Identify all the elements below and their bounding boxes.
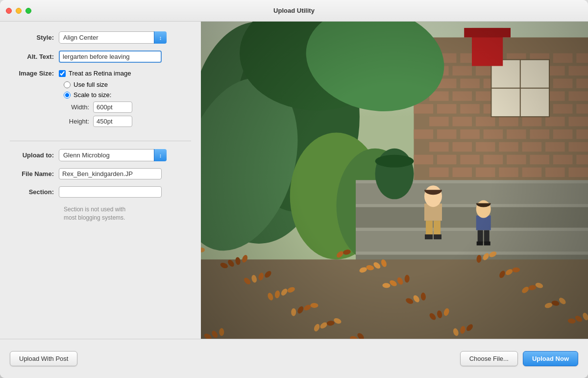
upload-now-button[interactable]: Upload Now <box>523 351 578 366</box>
image-size-section: Image Size: Treat as Retina image Use fu… <box>10 70 191 130</box>
style-control: Align Center Align Left Align Right Floa… <box>59 31 191 44</box>
height-label: Height: <box>64 118 93 125</box>
height-row: Height: <box>64 116 191 127</box>
style-select-wrapper: Align Center Align Left Align Right Floa… <box>59 31 167 44</box>
alt-text-label: Alt. Text: <box>10 53 59 60</box>
maximize-button[interactable] <box>25 8 31 14</box>
scale-size-row: Scale to size: <box>64 91 191 99</box>
scale-size-label[interactable]: Scale to size: <box>74 91 111 99</box>
full-size-row: Use full size <box>64 81 191 88</box>
width-row: Width: <box>64 101 191 113</box>
file-name-input[interactable] <box>59 168 162 179</box>
file-name-label: File Name: <box>10 170 59 177</box>
section-hint: Section is not used withmost blogging sy… <box>64 205 191 222</box>
main-content: Style: Align Center Align Left Align Rig… <box>0 22 588 339</box>
full-size-radio[interactable] <box>64 81 71 88</box>
choose-file-button[interactable]: Choose File... <box>460 351 518 366</box>
width-input[interactable] <box>93 101 132 113</box>
scale-size-radio[interactable] <box>64 92 71 99</box>
style-select[interactable]: Align Center Align Left Align Right Floa… <box>59 31 167 44</box>
left-panel: Style: Align Center Align Left Align Rig… <box>0 22 201 339</box>
retina-label[interactable]: Treat as Retina image <box>69 70 131 77</box>
style-label: Style: <box>10 34 59 41</box>
section-label: Section: <box>10 188 59 196</box>
footer-right-buttons: Choose File... Upload Now <box>460 351 578 366</box>
window-title: Upload Utility <box>273 7 315 14</box>
upload-to-control: Glenn Microblog WordPress Blogger Tumblr… <box>59 149 191 161</box>
photo-preview <box>201 22 588 339</box>
upload-to-select-wrapper: Glenn Microblog WordPress Blogger Tumblr… <box>59 149 167 161</box>
alt-text-input[interactable] <box>59 50 162 63</box>
alt-text-control <box>59 50 191 63</box>
upload-with-post-button[interactable]: Upload With Post <box>10 351 77 366</box>
full-size-label[interactable]: Use full size <box>74 81 108 88</box>
minimize-button[interactable] <box>16 8 22 14</box>
section-control <box>59 186 191 198</box>
image-panel <box>201 22 588 339</box>
radio-options: Use full size Scale to size: <box>64 81 191 99</box>
traffic-lights <box>6 8 31 14</box>
file-name-row: File Name: <box>10 168 191 179</box>
section-divider <box>10 141 191 141</box>
width-label: Width: <box>64 103 93 111</box>
footer: Upload With Post Choose File... Upload N… <box>0 339 588 378</box>
close-button[interactable] <box>6 8 12 14</box>
alt-text-row: Alt. Text: <box>10 50 191 63</box>
image-size-main-row: Image Size: Treat as Retina image <box>10 70 191 77</box>
style-row: Style: Align Center Align Left Align Rig… <box>10 31 191 44</box>
retina-checkbox-row: Treat as Retina image <box>59 70 131 77</box>
image-size-label: Image Size: <box>10 70 59 77</box>
application-window: Upload Utility Style: Align Center Align… <box>0 0 588 378</box>
upload-to-label: Upload to: <box>10 151 59 159</box>
section-row: Section: <box>10 186 191 198</box>
file-name-control <box>59 168 191 179</box>
retina-checkbox[interactable] <box>59 70 66 77</box>
titlebar: Upload Utility <box>0 0 588 22</box>
height-input[interactable] <box>93 116 132 127</box>
section-input[interactable] <box>59 186 162 198</box>
upload-to-select[interactable]: Glenn Microblog WordPress Blogger Tumblr <box>59 149 167 161</box>
upload-to-row: Upload to: Glenn Microblog WordPress Blo… <box>10 149 191 161</box>
